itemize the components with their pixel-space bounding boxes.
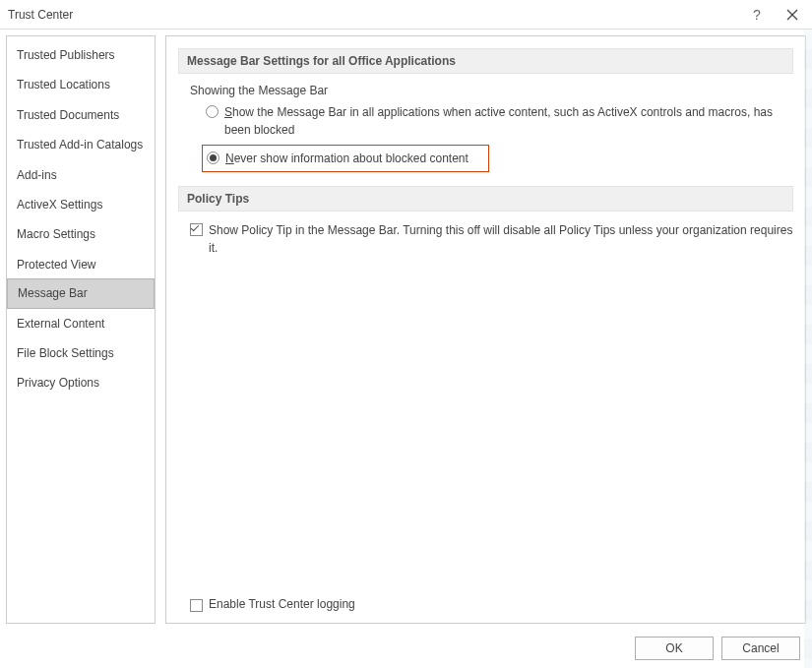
- sidebar-item-macro-settings[interactable]: Macro Settings: [7, 219, 155, 249]
- radio-never-show-input[interactable]: [207, 152, 219, 164]
- checkbox-enable-logging[interactable]: [190, 599, 203, 612]
- checkbox-show-policy-tip-label: Show Policy Tip in the Message Bar. Turn…: [209, 221, 793, 257]
- sidebar-item-trusted-addin-catalogs[interactable]: Trusted Add-in Catalogs: [7, 130, 155, 159]
- sidebar-item-protected-view[interactable]: Protected View: [7, 250, 155, 279]
- radio-show-message-bar[interactable]: Show the Message Bar in all applications…: [206, 103, 793, 139]
- main-area: Trusted Publishers Trusted Locations Tru…: [0, 30, 812, 630]
- window-title: Trust Center: [8, 8, 73, 22]
- sidebar: Trusted Publishers Trusted Locations Tru…: [6, 35, 156, 624]
- sidebar-item-message-bar[interactable]: Message Bar: [7, 278, 155, 308]
- sidebar-item-addins[interactable]: Add-ins: [7, 160, 155, 190]
- sidebar-item-activex-settings[interactable]: ActiveX Settings: [7, 190, 155, 219]
- radio-never-show-label: Never show information about blocked con…: [225, 150, 468, 167]
- sidebar-item-external-content[interactable]: External Content: [7, 309, 155, 338]
- sidebar-item-trusted-locations[interactable]: Trusted Locations: [7, 70, 155, 99]
- section-message-bar-header: Message Bar Settings for all Office Appl…: [178, 48, 793, 74]
- dialog-buttons: OK Cancel: [635, 637, 800, 660]
- help-button[interactable]: ?: [741, 7, 773, 23]
- showing-message-bar-subheading: Showing the Message Bar: [190, 84, 793, 97]
- sidebar-item-file-block-settings[interactable]: File Block Settings: [7, 338, 155, 368]
- background-window-edge: [804, 30, 812, 668]
- radio-show-message-bar-label: Show the Message Bar in all applications…: [224, 103, 793, 139]
- checkbox-enable-logging-label: Enable Trust Center logging: [209, 595, 355, 613]
- titlebar: Trust Center ?: [0, 0, 812, 30]
- sidebar-item-privacy-options[interactable]: Privacy Options: [7, 368, 155, 397]
- close-button[interactable]: [773, 0, 812, 30]
- content-panel: Message Bar Settings for all Office Appl…: [165, 35, 806, 624]
- sidebar-item-trusted-documents[interactable]: Trusted Documents: [7, 100, 155, 130]
- checkbox-show-policy-tip-row[interactable]: Show Policy Tip in the Message Bar. Turn…: [190, 221, 793, 257]
- titlebar-right: ?: [741, 0, 812, 30]
- radio-show-message-bar-input[interactable]: [206, 105, 219, 118]
- section-policy-tips-header: Policy Tips: [178, 186, 793, 212]
- checkbox-show-policy-tip[interactable]: [190, 223, 203, 236]
- checkbox-enable-logging-row[interactable]: Enable Trust Center logging: [190, 595, 355, 613]
- close-icon: [786, 9, 798, 21]
- sidebar-item-trusted-publishers[interactable]: Trusted Publishers: [7, 40, 155, 70]
- cancel-button[interactable]: Cancel: [721, 637, 800, 660]
- ok-button[interactable]: OK: [635, 637, 714, 660]
- radio-never-show-highlighted[interactable]: Never show information about blocked con…: [202, 145, 489, 172]
